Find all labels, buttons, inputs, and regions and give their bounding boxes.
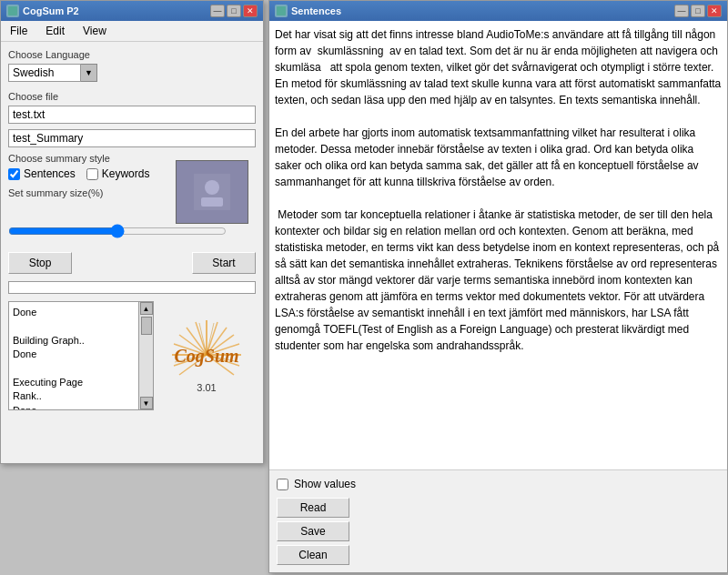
cogsum-title-text: CogSum P2 [23,5,79,16]
sentences-title-text: Sentences [291,5,341,16]
sentences-title-left: Sentences [275,5,341,17]
sentences-text: Det har visat sig att det finns intresse… [275,26,722,354]
show-values-row: Show values [277,478,720,490]
cogsum-close-button[interactable]: ✕ [243,5,258,17]
log-line-6: Executing Page [13,376,135,389]
stop-button[interactable]: Stop [8,252,72,274]
file-input[interactable] [8,106,256,124]
cogsum-window: CogSum P2 — □ ✕ File Edit View Choose La… [0,0,264,464]
svg-rect-0 [8,6,17,15]
choose-file-label: Choose file [8,91,256,102]
log-logo-row: Done Building Graph.. Done Executing Pag… [8,301,256,410]
cogsum-title-bar: CogSum P2 — □ ✕ [1,1,263,21]
scroll-thumb[interactable] [141,317,152,335]
keywords-label: Keywords [102,167,150,180]
read-button[interactable]: Read [277,498,349,518]
sentences-close-button[interactable]: ✕ [707,5,722,17]
summary-name-input[interactable] [8,129,256,147]
buttons-row: Stop Start [8,252,256,274]
sentences-text-area[interactable]: Det har visat sig att det finns intresse… [269,21,727,470]
logo-version: 3.01 [197,382,216,393]
progress-bar-container [8,281,256,294]
summary-size-slider[interactable] [8,224,227,238]
keywords-checkbox-label[interactable]: Keywords [86,167,150,180]
svg-point-2 [205,180,219,195]
save-button[interactable]: Save [277,521,349,541]
sentences-checkbox[interactable] [8,168,20,180]
cogsum-minimize-button[interactable]: — [210,5,225,17]
keywords-checkbox[interactable] [86,168,98,180]
sentences-maximize-button[interactable]: □ [691,5,705,17]
language-dropdown[interactable]: Swedish English German French [8,64,81,82]
cogsum-content: Choose Language Swedish English German F… [1,42,263,418]
log-area: Done Building Graph.. Done Executing Pag… [8,301,154,410]
scroll-down-button[interactable]: ▼ [140,397,153,409]
sentences-label: Sentences [24,167,76,180]
placeholder-icon [194,174,230,210]
action-buttons: Read Save Clean [277,498,720,565]
language-dropdown-arrow[interactable]: ▼ [81,64,97,82]
svg-rect-23 [277,6,286,15]
menu-file[interactable]: File [5,23,33,39]
cogsum-menu-bar: File Edit View [1,21,263,42]
summary-style-row: Sentences Keywords [8,167,176,180]
sentences-window: Sentences — □ ✕ Det har visat sig att de… [268,0,728,573]
summary-size-row: Set summary size(%) [8,187,176,198]
show-values-label: Show values [294,478,356,490]
sunburst-svg: CogSum [166,318,248,382]
cogsum-title-buttons: — □ ✕ [210,5,258,17]
sentences-window-icon [275,5,288,17]
log-line-1: Done [13,306,135,319]
cogsum-window-icon [6,5,19,17]
log-line-4: Done [13,348,135,361]
language-dropdown-container: Swedish English German French ▼ [8,64,256,82]
image-placeholder [176,160,248,224]
logo-text-svg: CogSum [174,346,238,367]
log-text: Done Building Graph.. Done Executing Pag… [8,301,139,410]
menu-edit[interactable]: Edit [40,23,70,39]
logo-area: CogSum 3.01 [157,301,256,410]
sunburst-graphic: CogSum [166,318,248,382]
scroll-up-button[interactable]: ▲ [140,302,153,315]
sentences-content: Det har visat sig att det finns intresse… [269,21,727,572]
log-line-7: Rank.. [13,389,135,403]
start-button[interactable]: Start [192,252,256,274]
sentences-minimize-button[interactable]: — [674,5,689,17]
log-scrollbar: ▲ ▼ [139,301,154,410]
choose-summary-style-label: Choose summary style [8,153,176,164]
sentences-title-buttons: — □ ✕ [674,5,722,17]
sentences-title-bar: Sentences — □ ✕ [269,1,727,21]
menu-view[interactable]: View [77,23,112,39]
log-line-5 [13,362,135,376]
cogsum-maximize-button[interactable]: □ [227,5,241,17]
cogsum-title-left: CogSum P2 [6,5,79,17]
sentences-checkbox-label[interactable]: Sentences [8,167,76,180]
style-column: Choose summary style Sentences Keywords … [8,153,176,217]
log-line-8: Done [13,404,135,410]
clean-button[interactable]: Clean [277,545,349,565]
log-line-3: Building Graph.. [13,334,135,348]
summary-size-label: Set summary size(%) [8,187,104,198]
log-scroll-area: Done Building Graph.. Done Executing Pag… [8,301,154,410]
svg-rect-3 [201,197,223,207]
slider-container [8,224,256,241]
bottom-controls: Show values Read Save Clean [269,470,727,572]
style-image-row: Choose summary style Sentences Keywords … [8,153,256,217]
log-line-2 [13,319,135,333]
show-values-checkbox[interactable] [277,479,288,490]
choose-language-label: Choose Language [8,49,256,60]
